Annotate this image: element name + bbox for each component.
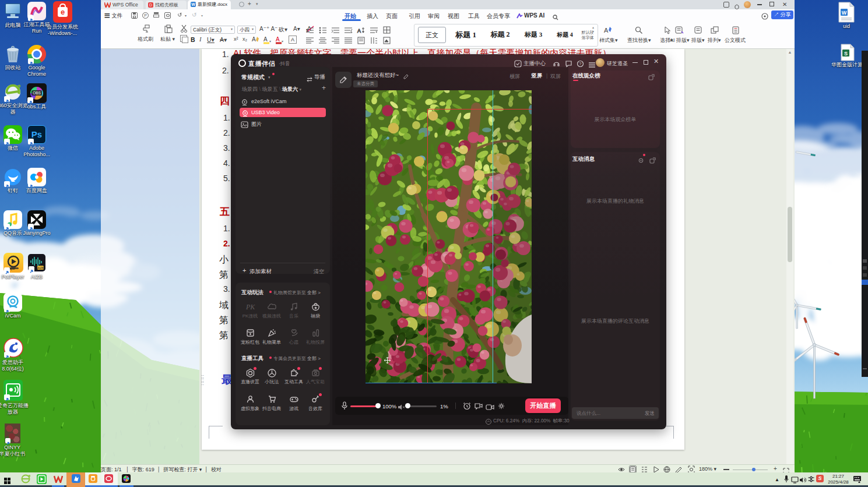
svg-text:▾: ▾	[269, 40, 271, 43]
svg-text:AIZB: AIZB	[37, 266, 44, 270]
svg-text:A: A	[263, 36, 268, 43]
svg-text:A: A	[604, 27, 609, 34]
svg-text:S: S	[844, 51, 848, 57]
svg-text:A: A	[276, 36, 280, 43]
svg-text:W: W	[842, 10, 847, 16]
svg-text:?: ?	[579, 61, 581, 66]
svg-text:A: A	[252, 36, 256, 43]
svg-text:A: A	[357, 28, 361, 34]
svg-text:OBS: OBS	[33, 91, 41, 95]
svg-text:▾: ▾	[282, 40, 283, 43]
svg-text:PK: PK	[245, 303, 255, 311]
svg-text:1.: 1.	[306, 29, 310, 33]
